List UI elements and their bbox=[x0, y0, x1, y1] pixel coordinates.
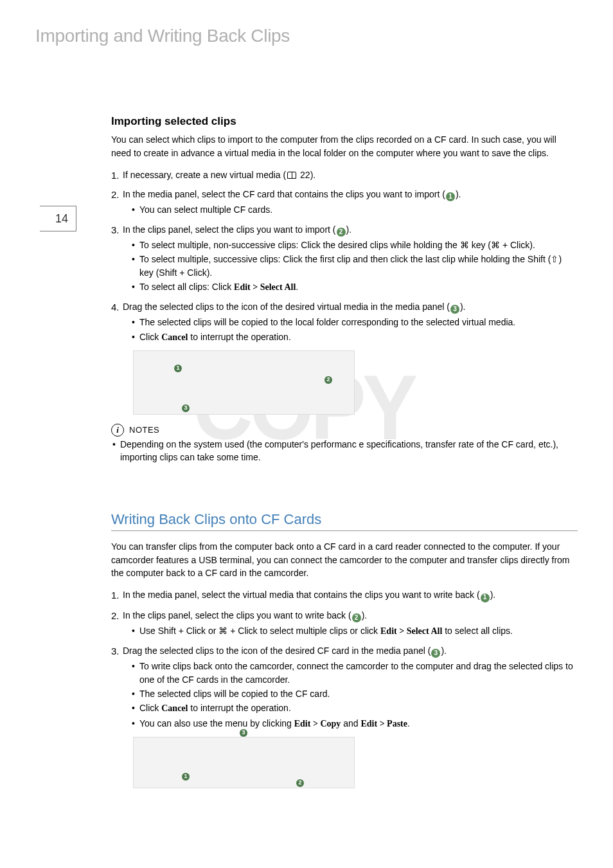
callout-2-icon: 2 bbox=[352, 613, 361, 622]
figure-callout-3: 3 bbox=[239, 728, 248, 737]
wb-step-2-tail: ). bbox=[362, 610, 368, 620]
step-2: In the media panel, select the CF card t… bbox=[111, 188, 578, 217]
info-icon: i bbox=[111, 424, 124, 437]
step-1: If necessary, create a new virtual media… bbox=[111, 168, 578, 181]
step-3-text: In the clips panel, select the clips you… bbox=[123, 224, 336, 235]
cmd-key-icon: ⌘ bbox=[218, 626, 227, 636]
cancel-label: Cancel bbox=[161, 332, 188, 342]
step-4-sublist: The selected clips will be copied to the… bbox=[123, 316, 578, 344]
importing-steps: If necessary, create a new virtual media… bbox=[111, 168, 578, 344]
writing-back-figure: 3 1 2 bbox=[133, 737, 355, 788]
callout-2-icon: 2 bbox=[337, 228, 346, 237]
note-1: Depending on the system used (the comput… bbox=[111, 438, 578, 464]
cmd-key-icon: ⌘ bbox=[491, 240, 500, 250]
page-content: Importing selected clips You can select … bbox=[111, 114, 578, 788]
callout-1-icon: 1 bbox=[446, 192, 455, 201]
callout-1-icon: 1 bbox=[481, 593, 490, 602]
step-1-text: If necessary, create a new virtual media… bbox=[123, 170, 286, 180]
callout-3-icon: 3 bbox=[431, 649, 440, 658]
s3s1c: + Click). bbox=[500, 240, 535, 250]
wb-step-2-text: In the clips panel, select the clips you… bbox=[123, 610, 351, 620]
step-2-sublist: You can select multiple CF cards. bbox=[123, 203, 578, 216]
wbs3s3a: Click bbox=[139, 703, 161, 713]
step-4-text: Drag the selected clips to the icon of t… bbox=[123, 302, 450, 312]
wbs3s4c: and bbox=[341, 718, 360, 728]
notes-label: NOTES bbox=[129, 424, 159, 437]
step-4: Drag the selected clips to the icon of t… bbox=[111, 300, 578, 344]
step-3-sub-2: To select multiple, successive clips: Cl… bbox=[123, 253, 578, 279]
wb-step-2-sub-1: Use Shift + Click or ⌘ + Click to select… bbox=[123, 624, 578, 638]
step-3-tail: ). bbox=[346, 224, 352, 235]
chapter-title: Importing and Writing Back Clips bbox=[35, 23, 578, 50]
wbs3s4e: . bbox=[407, 718, 410, 728]
wb-step-3-text: Drag the selected clips to the icon of t… bbox=[123, 646, 431, 656]
menu-edit-select-all: Edit > Select All bbox=[380, 626, 442, 636]
s3s1a: To select multiple, non-successive clips… bbox=[139, 240, 460, 250]
writing-back-intro: You can transfer clips from the computer… bbox=[111, 540, 578, 579]
wb-step-1-text: In the media panel, select the virtual m… bbox=[123, 590, 480, 600]
wb-step-3-sub-2: The selected clips will be copied to the… bbox=[123, 687, 578, 700]
s3s1b: key ( bbox=[469, 240, 491, 250]
figure-callout-2: 2 bbox=[324, 375, 333, 384]
importing-intro: You can select which clips to import to … bbox=[111, 133, 578, 159]
step-3-sub-3: To select all clips: Click Edit > Select… bbox=[123, 280, 578, 294]
step-3-sub-1: To select multiple, non-successive clips… bbox=[123, 239, 578, 251]
wbs3s4a: You can also use the menu by clicking bbox=[139, 718, 294, 728]
wb-step-3-sub-4: You can also use the menu by clicking Ed… bbox=[123, 717, 578, 730]
wb-step-2-sublist: Use Shift + Click or ⌘ + Click to select… bbox=[123, 624, 578, 638]
wbs2s1d: to select all clips. bbox=[442, 626, 513, 636]
step-4-sub-1: The selected clips will be copied to the… bbox=[123, 316, 578, 329]
notes-list: Depending on the system used (the comput… bbox=[111, 438, 578, 464]
menu-edit-paste: Edit > Paste bbox=[360, 719, 407, 728]
wb-step-3-tail: ). bbox=[441, 646, 447, 656]
step-3-sublist: To select multiple, non-successive clips… bbox=[123, 239, 578, 294]
wb-step-3-sub-1: To write clips back onto the camcorder, … bbox=[123, 660, 578, 686]
step-4-tail: ). bbox=[460, 302, 466, 312]
writing-back-steps: In the media panel, select the virtual m… bbox=[111, 588, 578, 730]
s3s3c: . bbox=[296, 282, 298, 292]
wbs2s1a: Use Shift + Click or bbox=[139, 626, 218, 636]
figure-callout-1: 1 bbox=[181, 772, 190, 781]
shift-key-icon: ⇧ bbox=[551, 254, 558, 264]
step-1-ref: 22). bbox=[298, 170, 315, 180]
manual-ref-icon bbox=[287, 172, 296, 179]
importing-figure: 1 2 3 bbox=[133, 350, 355, 415]
wb-step-3-sublist: To write clips back onto the camcorder, … bbox=[123, 660, 578, 730]
callout-3-icon: 3 bbox=[450, 305, 459, 314]
writing-back-heading: Writing Back Clips onto CF Cards bbox=[111, 509, 578, 532]
figure-callout-1: 1 bbox=[173, 364, 182, 373]
page-number: 14 bbox=[40, 206, 76, 231]
wb-step-1-tail: ). bbox=[490, 590, 496, 600]
cancel-label: Cancel bbox=[161, 703, 188, 713]
step-2-sub-1: You can select multiple CF cards. bbox=[123, 203, 578, 216]
s4s2a: Click bbox=[139, 332, 161, 342]
wbs2s1b: + Click to select multiple clips or clic… bbox=[227, 626, 380, 636]
s3s2a: To select multiple, successive clips: Cl… bbox=[139, 254, 551, 264]
wb-step-3: Drag the selected clips to the icon of t… bbox=[111, 644, 578, 730]
s3s3a: To select all clips: Click bbox=[139, 282, 234, 292]
figure-callout-3: 3 bbox=[181, 404, 190, 413]
figure-callout-2: 2 bbox=[296, 779, 305, 788]
step-2-tail: ). bbox=[456, 189, 461, 199]
wbs3s3c: to interrupt the operation. bbox=[188, 703, 290, 713]
step-4-sub-2: Click Cancel to interrupt the operation. bbox=[123, 330, 578, 344]
menu-edit-copy: Edit > Copy bbox=[294, 719, 341, 728]
step-2-text: In the media panel, select the CF card t… bbox=[123, 189, 445, 199]
notes-header: i NOTES bbox=[111, 424, 578, 437]
wb-step-2: In the clips panel, select the clips you… bbox=[111, 609, 578, 638]
step-3: In the clips panel, select the clips you… bbox=[111, 223, 578, 294]
wb-step-1: In the media panel, select the virtual m… bbox=[111, 588, 578, 602]
wb-step-3-sub-3: Click Cancel to interrupt the operation. bbox=[123, 701, 578, 715]
cmd-key-icon: ⌘ bbox=[460, 240, 469, 250]
importing-heading: Importing selected clips bbox=[111, 114, 578, 130]
s4s2c: to interrupt the operation. bbox=[188, 332, 290, 342]
menu-edit-select-all: Edit > Select All bbox=[234, 282, 296, 292]
